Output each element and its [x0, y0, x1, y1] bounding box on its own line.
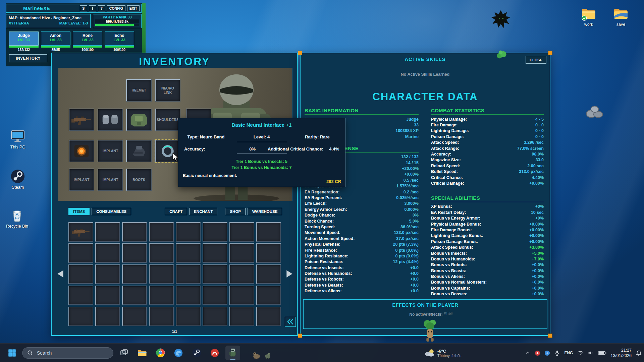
inventory-grid-slot[interactable]	[176, 264, 201, 284]
equip-slot-chest[interactable]	[126, 109, 152, 131]
page-prev-arrow[interactable]	[57, 269, 64, 278]
file-explorer-icon[interactable]	[135, 346, 150, 360]
start-button[interactable]	[5, 346, 19, 360]
task-view-icon[interactable]	[117, 346, 131, 360]
microphone-icon[interactable]	[554, 350, 560, 356]
inventory-tab[interactable]: CRAFT	[165, 208, 187, 215]
equip-slot-shoulders[interactable]: SHOULDERS	[155, 109, 180, 131]
inventory-button[interactable]: INVENTORY	[9, 54, 47, 62]
inventory-grid-slot[interactable]	[95, 222, 120, 242]
party-member[interactable]: Judge LVL 33 132/132	[9, 32, 39, 52]
inventory-grid-slot[interactable]	[95, 286, 120, 305]
inventory-tab[interactable]: ENCHANT	[189, 208, 217, 215]
inventory-grid-slot[interactable]	[68, 222, 93, 242]
inventory-grid-slot[interactable]	[229, 264, 254, 284]
equip-slot-helmet[interactable]: HELMET	[126, 79, 152, 102]
party-member[interactable]: Echo LVL 33 100/100	[105, 32, 134, 52]
inventory-tab[interactable]: CONSUMABLES	[92, 208, 131, 215]
inventory-grid-slot[interactable]	[203, 286, 227, 305]
speaker-icon[interactable]	[588, 350, 594, 356]
chrome-icon[interactable]	[153, 346, 168, 360]
desktop-icon-steam[interactable]: Steam	[5, 168, 31, 190]
equip-slot-implant-1[interactable]: IMPLANT	[98, 140, 123, 162]
inventory-grid-slot[interactable]	[122, 264, 147, 284]
transfer-button[interactable]	[285, 317, 296, 327]
language-indicator[interactable]: ENG	[564, 351, 573, 355]
inventory-grid-slot[interactable]	[122, 243, 147, 263]
inventory-grid-slot[interactable]	[122, 307, 147, 326]
inventory-grid-slot[interactable]	[256, 307, 281, 326]
battery-icon[interactable]	[598, 351, 606, 355]
tray-blue-app-icon[interactable]	[544, 350, 550, 356]
equip-slot-implant-2[interactable]: IMPLANT	[69, 169, 94, 191]
party-member[interactable]: Amon LVL 33 85/85	[41, 32, 70, 52]
desktop-icon-save[interactable]: save	[608, 5, 634, 27]
tray-red-app-icon[interactable]	[535, 350, 540, 356]
hud-button-config[interactable]: CONFIG	[107, 5, 125, 11]
inventory-grid-slot[interactable]	[68, 307, 93, 326]
inventory-grid-slot[interactable]	[229, 286, 254, 305]
inventory-grid-slot[interactable]	[229, 243, 254, 263]
hud-button-help[interactable]: ?	[98, 5, 105, 11]
inventory-grid-slot[interactable]	[68, 286, 93, 305]
inventory-grid-slot[interactable]	[95, 264, 120, 284]
hud-button-exit[interactable]: EXIT	[127, 5, 140, 11]
close-button[interactable]: CLOSE	[526, 56, 546, 64]
taskbar-clock[interactable]: 21:27 13/01/2026	[610, 348, 632, 359]
page-next-arrow[interactable]	[286, 269, 293, 278]
inventory-grid-slot[interactable]	[149, 243, 174, 263]
search-input[interactable]	[36, 350, 103, 356]
inventory-grid-slot[interactable]	[176, 307, 201, 326]
inventory-grid-slot[interactable]	[203, 222, 227, 242]
inventory-grid-slot[interactable]	[68, 264, 93, 284]
notification-bell-icon[interactable]	[636, 350, 642, 356]
equip-slot-implant-3[interactable]: IMPLANT	[98, 169, 123, 191]
inventory-grid-slot[interactable]	[176, 286, 201, 305]
window-handle[interactable]	[298, 51, 302, 55]
tray-chevron-up-icon[interactable]	[525, 350, 531, 356]
desktop-icon-recycle-bin[interactable]: Recycle Bin	[4, 207, 30, 229]
desktop-icon-this-pc[interactable]: This PC	[5, 128, 31, 150]
equip-slot-gauntlet[interactable]	[126, 140, 152, 162]
inventory-grid-slot[interactable]	[122, 222, 147, 242]
inventory-grid-slot[interactable]	[95, 307, 120, 326]
inventory-tab[interactable]: SHOP	[225, 208, 246, 215]
window-handle[interactable]	[548, 334, 552, 338]
inventory-grid-slot[interactable]	[176, 243, 201, 263]
equip-slot-boots[interactable]: BOOTS	[126, 169, 152, 191]
marineexe-app-icon[interactable]	[225, 346, 240, 360]
equip-slot-device[interactable]	[69, 140, 94, 162]
inventory-grid-slot[interactable]	[149, 264, 174, 284]
inventory-grid-slot[interactable]	[256, 264, 281, 284]
inventory-tab[interactable]: ITEMS	[68, 208, 90, 215]
inventory-grid-slot[interactable]	[229, 222, 254, 242]
inventory-grid-slot[interactable]	[203, 307, 227, 326]
inventory-grid-slot[interactable]	[68, 243, 93, 263]
inventory-grid-slot[interactable]	[95, 243, 120, 263]
inventory-grid-slot[interactable]	[229, 307, 254, 326]
inventory-grid-slot[interactable]	[149, 222, 174, 242]
inventory-grid-slot[interactable]	[203, 264, 227, 284]
equip-slot-neuro-link[interactable]: NEURO LINK	[155, 79, 180, 102]
taskbar-search[interactable]	[22, 347, 113, 359]
inventory-grid-slot[interactable]	[149, 286, 174, 305]
window-handle[interactable]	[298, 334, 302, 338]
inventory-grid-slot[interactable]	[176, 222, 201, 242]
hud-button-i[interactable]: I	[89, 5, 96, 11]
party-member[interactable]: Rone LVL 33 100/100	[73, 32, 102, 52]
equip-slot-neural-band-selected[interactable]	[155, 140, 180, 162]
desktop-icon-work[interactable]: work	[576, 5, 602, 27]
inventory-grid-slot[interactable]	[256, 286, 281, 305]
steam-taskbar-icon[interactable]	[189, 346, 204, 360]
equip-slot-gloves[interactable]	[98, 109, 123, 131]
edge-browser-icon[interactable]	[171, 346, 186, 360]
wifi-icon[interactable]	[577, 350, 584, 356]
weather-widget[interactable]: -6°C Többny. felhős	[421, 344, 464, 362]
window-handle[interactable]	[548, 51, 552, 55]
inventory-tab[interactable]: WAREHOUSE	[248, 208, 282, 215]
inventory-grid-slot[interactable]	[203, 243, 227, 263]
inventory-grid-slot[interactable]	[149, 307, 174, 326]
inventory-grid-slot[interactable]	[256, 243, 281, 263]
equip-slot-weapon[interactable]	[69, 109, 94, 131]
inventory-grid-slot[interactable]	[256, 222, 281, 242]
